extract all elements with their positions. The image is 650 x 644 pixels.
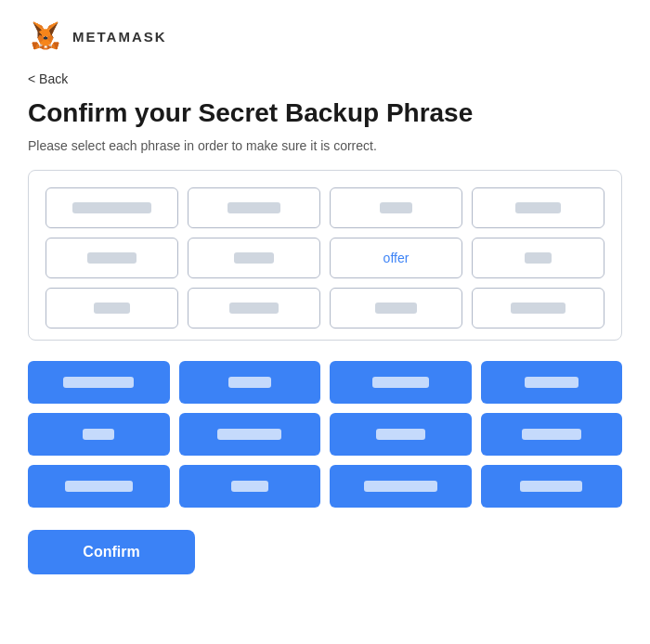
- drop-cell-8[interactable]: [472, 238, 604, 278]
- back-button[interactable]: < Back: [28, 71, 68, 86]
- header: METAMASK: [28, 19, 622, 54]
- drop-cell-3[interactable]: [330, 187, 462, 228]
- word-option-2[interactable]: [179, 361, 321, 404]
- drop-cell-1[interactable]: [46, 187, 178, 228]
- word-option-11[interactable]: [330, 465, 472, 508]
- drop-cell-11[interactable]: [330, 288, 462, 328]
- word-option-9[interactable]: [28, 465, 170, 508]
- page-container: METAMASK < Back Confirm your Secret Back…: [0, 0, 650, 644]
- app-logo-text: METAMASK: [72, 29, 167, 45]
- page-title: Confirm your Secret Backup Phrase: [28, 97, 622, 129]
- drop-cell-2[interactable]: [188, 187, 320, 228]
- drop-cell-10[interactable]: [188, 288, 320, 328]
- drop-cell-5[interactable]: [46, 238, 178, 278]
- word-option-5[interactable]: [28, 413, 170, 456]
- word-option-3[interactable]: [330, 361, 472, 404]
- word-option-7[interactable]: [330, 413, 472, 456]
- word-option-10[interactable]: [179, 465, 321, 508]
- drop-zone: offer: [28, 170, 622, 341]
- svg-marker-10: [44, 48, 47, 49]
- confirm-button[interactable]: Confirm: [28, 530, 195, 574]
- word-option-12[interactable]: [481, 465, 623, 508]
- metamask-logo-icon: [28, 19, 63, 54]
- drop-cell-9[interactable]: [46, 288, 178, 328]
- drop-grid: offer: [46, 187, 604, 328]
- word-option-4[interactable]: [481, 361, 623, 404]
- word-pool: [28, 361, 622, 508]
- drop-cell-4[interactable]: [472, 187, 604, 228]
- drop-cell-6[interactable]: [188, 238, 320, 278]
- drop-cell-12[interactable]: [472, 288, 604, 328]
- offer-word: offer: [384, 251, 410, 265]
- drop-cell-7[interactable]: offer: [330, 238, 462, 278]
- word-option-8[interactable]: [481, 413, 623, 456]
- word-option-6[interactable]: [179, 413, 321, 456]
- word-option-1[interactable]: [28, 361, 170, 404]
- page-subtitle: Please select each phrase in order to ma…: [28, 138, 622, 153]
